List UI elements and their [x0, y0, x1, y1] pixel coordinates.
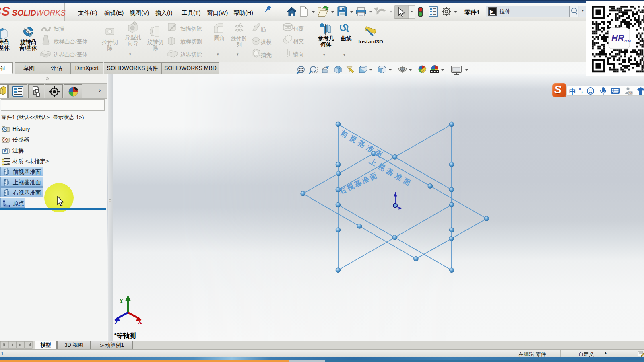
- svg-text:HR: HR: [611, 33, 624, 43]
- svg-text:2016: 2016: [624, 40, 631, 43]
- svg-text:A: A: [4, 149, 6, 154]
- svg-text:10: 10: [629, 92, 632, 95]
